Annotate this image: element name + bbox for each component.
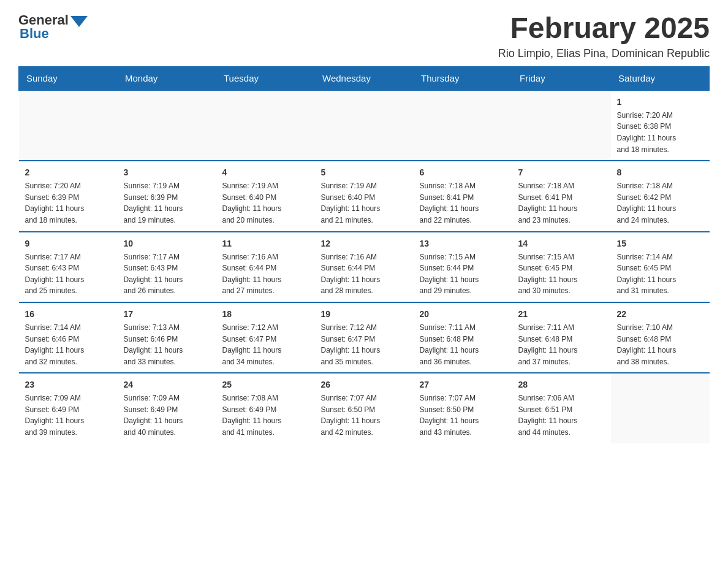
day-info: Sunrise: 7:13 AM Sunset: 6:46 PM Dayligh… bbox=[124, 322, 210, 367]
column-header-thursday: Thursday bbox=[414, 66, 512, 90]
logo: General Blue bbox=[18, 12, 88, 42]
day-number: 23 bbox=[25, 378, 112, 391]
day-number: 17 bbox=[124, 308, 210, 321]
day-number: 24 bbox=[124, 378, 210, 391]
calendar-week-row: 23Sunrise: 7:09 AM Sunset: 6:49 PM Dayli… bbox=[19, 373, 710, 443]
day-number: 20 bbox=[420, 308, 506, 321]
day-number: 9 bbox=[25, 237, 112, 250]
day-number: 11 bbox=[222, 237, 309, 250]
calendar-cell: 26Sunrise: 7:07 AM Sunset: 6:50 PM Dayli… bbox=[315, 373, 414, 443]
calendar-cell: 28Sunrise: 7:06 AM Sunset: 6:51 PM Dayli… bbox=[512, 373, 611, 443]
calendar-cell: 15Sunrise: 7:14 AM Sunset: 6:45 PM Dayli… bbox=[611, 232, 710, 302]
calendar-cell: 25Sunrise: 7:08 AM Sunset: 6:49 PM Dayli… bbox=[216, 373, 315, 443]
day-info: Sunrise: 7:17 AM Sunset: 6:43 PM Dayligh… bbox=[25, 251, 112, 297]
calendar-cell bbox=[118, 90, 216, 161]
day-info: Sunrise: 7:18 AM Sunset: 6:41 PM Dayligh… bbox=[420, 180, 506, 226]
calendar-cell: 7Sunrise: 7:18 AM Sunset: 6:41 PM Daylig… bbox=[512, 161, 611, 231]
day-info: Sunrise: 7:19 AM Sunset: 6:40 PM Dayligh… bbox=[222, 180, 309, 226]
day-number: 25 bbox=[222, 378, 309, 391]
day-info: Sunrise: 7:17 AM Sunset: 6:43 PM Dayligh… bbox=[124, 251, 210, 297]
day-info: Sunrise: 7:10 AM Sunset: 6:48 PM Dayligh… bbox=[617, 322, 703, 367]
calendar-week-row: 9Sunrise: 7:17 AM Sunset: 6:43 PM Daylig… bbox=[19, 232, 710, 302]
calendar-cell: 27Sunrise: 7:07 AM Sunset: 6:50 PM Dayli… bbox=[414, 373, 512, 443]
calendar-cell: 4Sunrise: 7:19 AM Sunset: 6:40 PM Daylig… bbox=[216, 161, 315, 231]
calendar-cell bbox=[512, 90, 611, 161]
day-info: Sunrise: 7:07 AM Sunset: 6:50 PM Dayligh… bbox=[420, 393, 506, 438]
day-number: 2 bbox=[25, 166, 112, 179]
column-header-wednesday: Wednesday bbox=[315, 66, 414, 90]
day-info: Sunrise: 7:11 AM Sunset: 6:48 PM Dayligh… bbox=[518, 322, 605, 367]
day-number: 18 bbox=[222, 308, 309, 321]
calendar-cell bbox=[315, 90, 414, 161]
day-info: Sunrise: 7:14 AM Sunset: 6:46 PM Dayligh… bbox=[25, 322, 112, 367]
column-header-monday: Monday bbox=[118, 66, 216, 90]
calendar-cell bbox=[611, 373, 710, 443]
calendar-header-row: SundayMondayTuesdayWednesdayThursdayFrid… bbox=[19, 66, 710, 90]
title-area: February 2025 Rio Limpio, Elias Pina, Do… bbox=[498, 12, 710, 60]
calendar-cell bbox=[216, 90, 315, 161]
day-info: Sunrise: 7:16 AM Sunset: 6:44 PM Dayligh… bbox=[222, 251, 309, 297]
day-number: 6 bbox=[420, 166, 506, 179]
day-info: Sunrise: 7:20 AM Sunset: 6:38 PM Dayligh… bbox=[617, 110, 703, 155]
day-info: Sunrise: 7:19 AM Sunset: 6:40 PM Dayligh… bbox=[321, 180, 408, 226]
calendar-cell: 11Sunrise: 7:16 AM Sunset: 6:44 PM Dayli… bbox=[216, 232, 315, 302]
calendar-week-row: 16Sunrise: 7:14 AM Sunset: 6:46 PM Dayli… bbox=[19, 302, 710, 373]
day-number: 3 bbox=[124, 166, 210, 179]
day-number: 15 bbox=[617, 237, 703, 250]
day-number: 5 bbox=[321, 166, 408, 179]
calendar-table: SundayMondayTuesdayWednesdayThursdayFrid… bbox=[18, 66, 710, 443]
day-number: 19 bbox=[321, 308, 408, 321]
calendar-cell: 24Sunrise: 7:09 AM Sunset: 6:49 PM Dayli… bbox=[118, 373, 216, 443]
column-header-friday: Friday bbox=[512, 66, 611, 90]
calendar-cell: 16Sunrise: 7:14 AM Sunset: 6:46 PM Dayli… bbox=[19, 302, 118, 373]
day-number: 28 bbox=[518, 378, 605, 391]
day-info: Sunrise: 7:12 AM Sunset: 6:47 PM Dayligh… bbox=[321, 322, 408, 367]
day-number: 27 bbox=[420, 378, 506, 391]
day-number: 16 bbox=[25, 308, 112, 321]
day-number: 7 bbox=[518, 166, 605, 179]
day-info: Sunrise: 7:14 AM Sunset: 6:45 PM Dayligh… bbox=[617, 251, 703, 297]
calendar-cell: 2Sunrise: 7:20 AM Sunset: 6:39 PM Daylig… bbox=[19, 161, 118, 231]
calendar-cell: 14Sunrise: 7:15 AM Sunset: 6:45 PM Dayli… bbox=[512, 232, 611, 302]
calendar-cell: 19Sunrise: 7:12 AM Sunset: 6:47 PM Dayli… bbox=[315, 302, 414, 373]
day-number: 12 bbox=[321, 237, 408, 250]
day-info: Sunrise: 7:20 AM Sunset: 6:39 PM Dayligh… bbox=[25, 180, 112, 226]
day-info: Sunrise: 7:07 AM Sunset: 6:50 PM Dayligh… bbox=[321, 393, 408, 438]
day-info: Sunrise: 7:18 AM Sunset: 6:42 PM Dayligh… bbox=[617, 180, 703, 226]
calendar-cell bbox=[414, 90, 512, 161]
day-number: 10 bbox=[124, 237, 210, 250]
day-number: 13 bbox=[420, 237, 506, 250]
calendar-cell: 12Sunrise: 7:16 AM Sunset: 6:44 PM Dayli… bbox=[315, 232, 414, 302]
day-number: 22 bbox=[617, 308, 703, 321]
day-number: 1 bbox=[617, 96, 703, 109]
calendar-cell bbox=[19, 90, 118, 161]
logo-arrow-icon bbox=[70, 16, 88, 27]
day-number: 8 bbox=[617, 166, 703, 179]
header: General Blue February 2025 Rio Limpio, E… bbox=[18, 12, 710, 60]
column-header-saturday: Saturday bbox=[611, 66, 710, 90]
day-info: Sunrise: 7:11 AM Sunset: 6:48 PM Dayligh… bbox=[420, 322, 506, 367]
calendar-cell: 9Sunrise: 7:17 AM Sunset: 6:43 PM Daylig… bbox=[19, 232, 118, 302]
calendar-cell: 10Sunrise: 7:17 AM Sunset: 6:43 PM Dayli… bbox=[118, 232, 216, 302]
day-info: Sunrise: 7:15 AM Sunset: 6:45 PM Dayligh… bbox=[518, 251, 605, 297]
day-info: Sunrise: 7:09 AM Sunset: 6:49 PM Dayligh… bbox=[25, 393, 112, 438]
day-info: Sunrise: 7:16 AM Sunset: 6:44 PM Dayligh… bbox=[321, 251, 408, 297]
day-number: 21 bbox=[518, 308, 605, 321]
day-info: Sunrise: 7:06 AM Sunset: 6:51 PM Dayligh… bbox=[518, 393, 605, 438]
day-info: Sunrise: 7:15 AM Sunset: 6:44 PM Dayligh… bbox=[420, 251, 506, 297]
calendar-cell: 5Sunrise: 7:19 AM Sunset: 6:40 PM Daylig… bbox=[315, 161, 414, 231]
calendar-cell: 6Sunrise: 7:18 AM Sunset: 6:41 PM Daylig… bbox=[414, 161, 512, 231]
day-info: Sunrise: 7:12 AM Sunset: 6:47 PM Dayligh… bbox=[222, 322, 309, 367]
day-info: Sunrise: 7:09 AM Sunset: 6:49 PM Dayligh… bbox=[124, 393, 210, 438]
day-number: 26 bbox=[321, 378, 408, 391]
calendar-cell: 3Sunrise: 7:19 AM Sunset: 6:39 PM Daylig… bbox=[118, 161, 216, 231]
calendar-cell: 13Sunrise: 7:15 AM Sunset: 6:44 PM Dayli… bbox=[414, 232, 512, 302]
calendar-cell: 18Sunrise: 7:12 AM Sunset: 6:47 PM Dayli… bbox=[216, 302, 315, 373]
calendar-cell: 21Sunrise: 7:11 AM Sunset: 6:48 PM Dayli… bbox=[512, 302, 611, 373]
day-info: Sunrise: 7:19 AM Sunset: 6:39 PM Dayligh… bbox=[124, 180, 210, 226]
calendar-title: February 2025 bbox=[498, 12, 710, 45]
calendar-week-row: 2Sunrise: 7:20 AM Sunset: 6:39 PM Daylig… bbox=[19, 161, 710, 231]
calendar-cell: 1Sunrise: 7:20 AM Sunset: 6:38 PM Daylig… bbox=[611, 90, 710, 161]
calendar-cell: 8Sunrise: 7:18 AM Sunset: 6:42 PM Daylig… bbox=[611, 161, 710, 231]
column-header-sunday: Sunday bbox=[19, 66, 118, 90]
